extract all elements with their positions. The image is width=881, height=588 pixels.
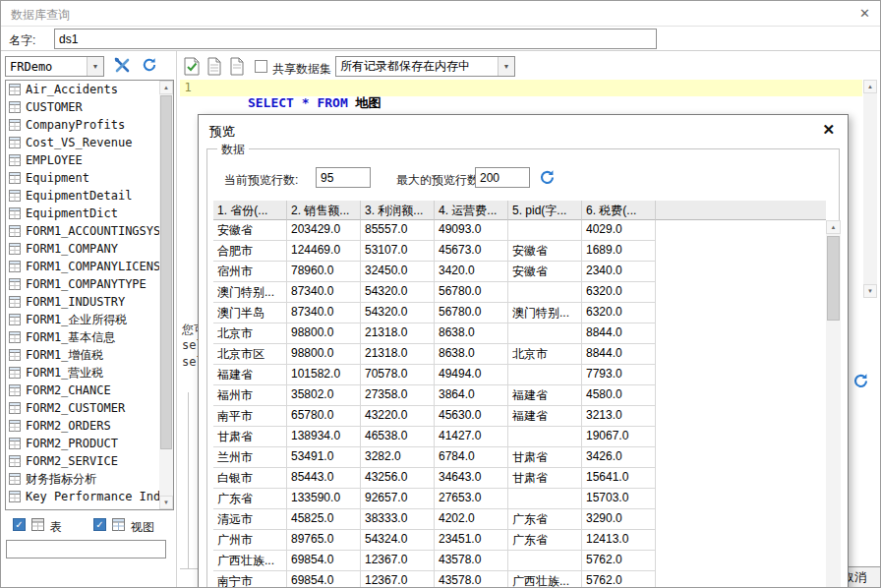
- preview-cell: 广东省: [508, 530, 582, 551]
- preview-row[interactable]: 福建省101582.070578.049494.07793.0: [213, 365, 826, 385]
- preview-row[interactable]: 广东省133590.092657.027653.015703.0: [213, 489, 826, 509]
- preview-cell: 43220.0: [361, 406, 435, 427]
- table-name: Key Performance Indic: [26, 490, 159, 503]
- preview-cell: 85443.0: [287, 468, 361, 489]
- table-list-item[interactable]: EMPLOYEE: [6, 151, 159, 169]
- table-list-item[interactable]: 财务指标分析: [6, 470, 159, 488]
- table-list-container: Air_AccidentsCUSTOMERCompanyProfitsCost_…: [5, 80, 174, 510]
- preview-header-cell[interactable]: 3. 利润额...: [361, 201, 435, 220]
- table-name: 财务指标分析: [26, 471, 96, 488]
- table-list-item[interactable]: EquipmentDict: [6, 205, 159, 222]
- table-list-item[interactable]: FORM2_ORDERS: [6, 417, 159, 435]
- preview-cell: 49093.0: [435, 220, 508, 241]
- preview-header-cell[interactable]: 2. 销售额...: [287, 201, 361, 220]
- params-panel-edge: [180, 568, 198, 569]
- preview-row[interactable]: 广州市89765.054324.023451.0广东省12413.0: [213, 530, 826, 551]
- table-list-item[interactable]: Air_Accidents: [6, 81, 159, 98]
- preview-row[interactable]: 北京市98800.021318.08638.08844.0: [213, 323, 826, 344]
- table-list-item[interactable]: FORM1_基本信息: [6, 328, 159, 346]
- preview-row[interactable]: 澳门特别...87340.054320.056780.06320.0: [213, 282, 826, 303]
- table-list-item[interactable]: FORM1_COMPANY: [6, 240, 159, 258]
- table-list-item[interactable]: FORM1_营业税: [6, 364, 159, 382]
- dialog-refresh-button[interactable]: [538, 168, 557, 187]
- table-name: FORM1_营业税: [26, 365, 103, 382]
- table-list-item[interactable]: FORM1_COMPANYLICENSE: [6, 258, 159, 275]
- copy-document-button[interactable]: [227, 56, 247, 76]
- table-list-item[interactable]: FORM1_增值税: [6, 346, 159, 364]
- window-close-icon[interactable]: ✕: [859, 6, 870, 21]
- scroll-up-icon[interactable]: ▲: [159, 81, 173, 94]
- current-rows-input[interactable]: [316, 167, 371, 188]
- connection-select[interactable]: FRDemo ▼: [5, 56, 104, 77]
- preview-cell: 福州市: [213, 385, 287, 406]
- preview-row[interactable]: 南宁市69854.012367.043578.0广西壮族...5762.0: [213, 571, 826, 588]
- table-list-item[interactable]: CUSTOMER: [6, 98, 159, 116]
- preview-query-button[interactable]: [182, 56, 202, 76]
- table-list-item[interactable]: Cost_VS_Revenue: [6, 134, 159, 151]
- tables-scrollbar[interactable]: ▲ ▼: [159, 81, 173, 509]
- table-list-item[interactable]: FORM1_INDUSTRY: [6, 293, 159, 311]
- table-name: FORM2_CHANCE: [26, 383, 111, 397]
- preview-cell: 8844.0: [582, 344, 656, 365]
- preview-cell: 21318.0: [361, 323, 435, 344]
- dialog-close-icon[interactable]: ✕: [822, 121, 835, 139]
- table-list-item[interactable]: FORM1_企业所得税: [6, 311, 159, 328]
- table-list-item[interactable]: CompanyProfits: [6, 116, 159, 134]
- table-icon: [9, 119, 22, 131]
- preview-header-cell[interactable]: 1. 省份(...: [213, 201, 287, 220]
- preview-row[interactable]: 清远市45825.038333.04202.0广东省3290.0: [213, 509, 826, 530]
- preview-cell: 6784.0: [435, 447, 508, 468]
- scrollbar-thumb[interactable]: [827, 236, 840, 321]
- preview-row[interactable]: 甘肃省138934.046538.041427.019067.0: [213, 427, 826, 447]
- table-checkbox[interactable]: ✓: [13, 518, 26, 531]
- name-input[interactable]: [54, 29, 657, 49]
- editor-scrollbar[interactable]: ▲ ▼: [863, 80, 877, 298]
- preview-cell: 98800.0: [287, 344, 361, 365]
- preview-cell: 87340.0: [287, 282, 361, 303]
- preview-cell: 3426.0: [582, 447, 656, 468]
- new-document-button[interactable]: [205, 56, 224, 76]
- table-list-item[interactable]: FORM2_PRODUCT: [6, 435, 159, 452]
- preview-cell: 69854.0: [287, 571, 361, 588]
- preview-row[interactable]: 宿州市78960.032450.03420.0安徽省2340.0: [213, 262, 826, 282]
- max-rows-input[interactable]: [475, 167, 530, 188]
- scroll-up-icon[interactable]: ▲: [826, 220, 841, 234]
- scroll-down-icon[interactable]: ▼: [159, 496, 173, 509]
- preview-row[interactable]: 北京市区98800.021318.08638.0北京市8844.0: [213, 344, 826, 365]
- refresh-tables-button[interactable]: [139, 56, 160, 77]
- preview-scrollbar[interactable]: ▲: [826, 220, 841, 588]
- preview-header-cell[interactable]: 4. 运营费...: [435, 201, 508, 220]
- share-dataset-checkbox[interactable]: [255, 60, 267, 73]
- table-search-input[interactable]: [6, 540, 166, 559]
- preview-row[interactable]: 白银市85443.043256.034643.0甘肃省15641.0: [213, 468, 826, 489]
- preview-cell: 1689.0: [582, 241, 656, 262]
- preview-row[interactable]: 广西壮族...69854.012367.043578.05762.0: [213, 551, 826, 571]
- storage-select[interactable]: 所有记录都保存在内存中 ▼: [335, 56, 515, 77]
- preview-row[interactable]: 兰州市53491.03282.06784.0甘肃省3426.0: [213, 447, 826, 468]
- preview-row[interactable]: 福州市35802.027358.03864.0福建省4580.0: [213, 385, 826, 406]
- table-list-item[interactable]: FORM2_SERVICE: [6, 452, 159, 470]
- preview-row[interactable]: 合肥市124469.053107.045673.0安徽省1689.0: [213, 241, 826, 262]
- table-list-item[interactable]: FORM1_ACCOUNTINGSYST: [6, 222, 159, 240]
- refresh-preview-button[interactable]: [851, 371, 870, 390]
- table-list-item[interactable]: EquipmentDetail: [6, 187, 159, 205]
- preview-row[interactable]: 澳门半岛87340.054320.056780.0澳门特别...6320.0: [213, 303, 826, 323]
- table-list-item[interactable]: Key Performance Indic: [6, 488, 159, 505]
- table-list-item[interactable]: FORM2_CUSTOMER: [6, 399, 159, 417]
- connection-settings-button[interactable]: [111, 56, 133, 77]
- table-list-item[interactable]: FORM2_CHANCE: [6, 382, 159, 399]
- preview-cell: 广西壮族...: [508, 571, 582, 588]
- preview-header: 1. 省份(...2. 销售额...3. 利润额...4. 运营费...5. p…: [213, 201, 826, 220]
- table-list-item[interactable]: Equipment: [6, 169, 159, 187]
- view-checkbox[interactable]: ✓: [93, 518, 106, 531]
- preview-cell: 203429.0: [287, 220, 361, 241]
- scroll-up-icon[interactable]: ▲: [863, 80, 877, 93]
- preview-row[interactable]: 安徽省203429.085557.049093.04029.0: [213, 220, 826, 241]
- preview-header-cell[interactable]: 6. 税费(...: [582, 201, 656, 220]
- scrollbar-thumb[interactable]: [160, 95, 172, 449]
- table-list-item[interactable]: FORM1_COMPANYTYPE: [6, 275, 159, 293]
- scroll-down-icon[interactable]: ▼: [863, 284, 877, 298]
- table-icon: [9, 349, 22, 361]
- preview-row[interactable]: 南平市65780.043220.045630.0福建省3213.0: [213, 406, 826, 427]
- preview-header-cell[interactable]: 5. pid(字...: [508, 201, 582, 220]
